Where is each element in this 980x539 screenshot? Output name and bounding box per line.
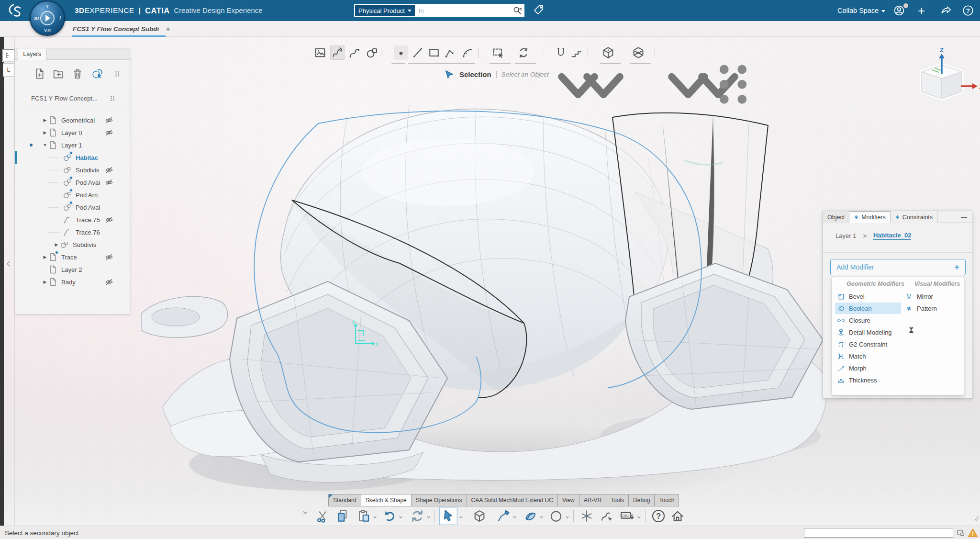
update-button[interactable] xyxy=(410,508,425,524)
layer-label[interactable]: Layer 1 xyxy=(61,142,82,149)
edit-curve-button[interactable] xyxy=(599,508,614,524)
cut-button[interactable] xyxy=(315,508,330,524)
visibility-off-icon[interactable] xyxy=(104,115,114,125)
chevron-down-icon[interactable] xyxy=(398,515,403,520)
curve-tool[interactable] xyxy=(347,45,362,60)
tab-object[interactable]: Object xyxy=(823,211,849,223)
visibility-off-icon[interactable] xyxy=(104,277,114,287)
new-layer-button[interactable] xyxy=(33,67,45,80)
tab-caa-solid[interactable]: CAA Solid MechMod Extend UC xyxy=(467,494,557,506)
compass-west[interactable]: 3D xyxy=(33,16,39,21)
step-tool[interactable] xyxy=(569,45,584,60)
chevron-down-icon[interactable] xyxy=(636,515,642,520)
tab-sketch-shape[interactable]: Sketch & Shape xyxy=(361,494,411,506)
breadcrumb-parent[interactable]: Layer 1 xyxy=(835,232,856,239)
snap-button[interactable] xyxy=(579,508,594,524)
layer-label[interactable]: Trace xyxy=(61,254,77,261)
layer-label[interactable]: Bady xyxy=(61,279,76,286)
visibility-off-icon[interactable] xyxy=(104,178,114,187)
layer-tree-row[interactable]: ▶ Subdivis xyxy=(14,238,130,251)
expand-caret-icon[interactable]: ▶ xyxy=(42,130,48,135)
layer-label[interactable]: Subdivis xyxy=(76,167,99,174)
visibility-off-icon[interactable] xyxy=(104,165,114,175)
export-obj-button[interactable] xyxy=(619,508,635,524)
visibility-off-icon[interactable] xyxy=(104,128,114,137)
rectangle-tool[interactable] xyxy=(427,45,441,60)
layer-label[interactable]: Layer 2 xyxy=(61,266,82,273)
add-content-button[interactable]: + xyxy=(918,2,925,19)
layer-label[interactable]: Layer 0 xyxy=(61,129,82,136)
modifier-item-thickness[interactable]: Thickness xyxy=(837,374,877,386)
expand-caret-icon[interactable]: ▶ xyxy=(42,255,48,259)
tab-debug[interactable]: Debug xyxy=(628,494,654,506)
document-title[interactable]: FCS1 Y Flow Concept Subdi xyxy=(73,25,159,33)
tree-view-button[interactable] xyxy=(2,49,14,61)
3d-box-button[interactable] xyxy=(472,508,487,524)
display-options-icon[interactable] xyxy=(956,528,965,538)
toolbar-grip-handle[interactable] xyxy=(112,67,122,80)
layer-tree-row-selected[interactable]: Habitac xyxy=(14,151,130,164)
compass-south[interactable]: V.R xyxy=(44,28,51,33)
toolbar-expander-chevron[interactable] xyxy=(301,509,309,517)
compass-east[interactable]: i xyxy=(59,16,61,21)
window-resize-grip[interactable] xyxy=(972,513,980,523)
tab-tools[interactable]: Tools xyxy=(606,494,628,506)
layer-tree-row[interactable]: Pod Avai xyxy=(14,176,130,189)
copy-button[interactable] xyxy=(335,508,350,524)
insert-image-tool[interactable] xyxy=(313,45,327,60)
global-search-bar[interactable]: Physical Product xyxy=(354,4,524,17)
tag-icon[interactable] xyxy=(532,4,545,16)
box-frame-tool[interactable] xyxy=(631,45,646,60)
subdivision-tool[interactable] xyxy=(365,45,379,60)
modifier-item-detail-modeling[interactable]: Detail Modeling xyxy=(837,326,892,338)
chevron-down-icon[interactable] xyxy=(506,50,512,56)
root-document-name[interactable]: FCS1 Y Flow Concept... xyxy=(31,95,98,102)
polyline-tool[interactable] xyxy=(444,45,458,60)
help-icon[interactable] xyxy=(962,4,974,17)
chevron-down-icon[interactable] xyxy=(426,515,431,520)
layers-side-tab[interactable]: L xyxy=(3,63,14,77)
modifier-item-bevel[interactable]: Bevel xyxy=(837,291,865,302)
help-button[interactable] xyxy=(651,508,666,524)
modifier-item-mirror[interactable]: Mirror xyxy=(905,291,933,302)
collab-space-dropdown[interactable]: Collab Space xyxy=(837,0,885,21)
breadcrumb-current[interactable]: Habitacle_02 xyxy=(873,232,912,240)
share-icon[interactable] xyxy=(940,4,952,17)
document-tab[interactable]: FCS1 Y Flow Concept Subdi + xyxy=(73,21,170,37)
layer-tree-row[interactable]: ▶ Trace xyxy=(14,251,130,263)
home-button[interactable] xyxy=(670,508,685,524)
visibility-off-icon[interactable] xyxy=(104,215,114,225)
paste-button[interactable] xyxy=(356,508,371,524)
search-input[interactable] xyxy=(416,7,512,14)
expand-caret-icon[interactable]: ▶ xyxy=(42,118,48,123)
marquee-select-tool[interactable] xyxy=(491,45,505,60)
x-axis[interactable]: X xyxy=(961,83,980,90)
view-cube[interactable]: Z X xyxy=(907,47,980,109)
compass-play-icon[interactable] xyxy=(45,15,50,22)
circle-button[interactable] xyxy=(548,508,564,524)
3d-car-model[interactable]: z x xyxy=(141,72,837,512)
chevron-down-icon[interactable] xyxy=(565,515,570,520)
toolbar-grip-handle[interactable] xyxy=(661,47,672,58)
undo-button[interactable] xyxy=(382,508,397,524)
tab-standard[interactable]: Standard xyxy=(328,494,361,506)
warning-icon[interactable] xyxy=(968,528,978,538)
expand-caret-icon[interactable]: ▼ xyxy=(42,143,48,147)
modifier-item-morph[interactable]: Morph xyxy=(837,362,867,374)
sketch-tool[interactable] xyxy=(330,45,345,60)
layer-tree-row[interactable]: Trace.76 xyxy=(14,226,130,238)
sketch-pen-button[interactable] xyxy=(496,508,511,524)
layer-tree-row[interactable]: Trace.75 xyxy=(14,213,130,226)
tab-view[interactable]: View xyxy=(557,494,579,506)
layer-label[interactable]: Trace.75 xyxy=(76,216,100,224)
subdiv-box-tool[interactable] xyxy=(601,45,615,60)
chevron-down-icon[interactable] xyxy=(372,515,378,520)
layer-label[interactable]: Pod Avai xyxy=(76,204,100,211)
visibility-off-icon[interactable] xyxy=(104,252,114,262)
layer-tree-row[interactable]: ▶ Bady xyxy=(14,276,130,288)
layer-tree-row[interactable]: Pod Avai xyxy=(14,201,130,213)
chevron-down-icon[interactable] xyxy=(532,50,537,56)
point-tool[interactable] xyxy=(394,45,408,60)
layer-tree-row[interactable]: ▶ Layer 0 xyxy=(14,126,130,139)
collapse-panel-chevron[interactable] xyxy=(4,258,13,269)
